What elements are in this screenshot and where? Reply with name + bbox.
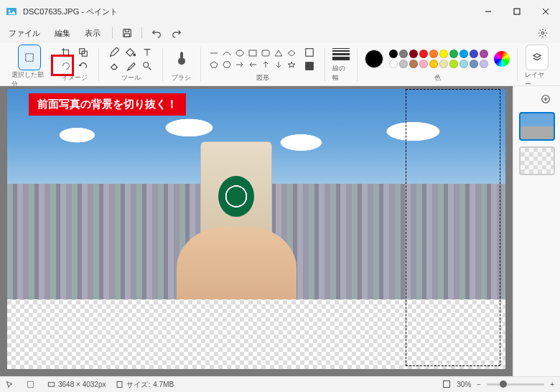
svg-point-14 — [144, 62, 149, 67]
svg-rect-25 — [306, 62, 314, 70]
zoom-out-button[interactable]: − — [477, 381, 481, 388]
ribbon-group-brushes: ブラシ — [164, 43, 199, 85]
color-swatch[interactable] — [429, 60, 438, 68]
svg-rect-8 — [125, 34, 130, 37]
shape-fill-dropdown[interactable] — [302, 60, 317, 73]
ribbon: 選択した部分 イメージ ツール — [0, 43, 560, 86]
eyedropper-tool[interactable] — [123, 60, 139, 73]
color-1[interactable] — [365, 50, 383, 68]
menu-separator — [141, 27, 142, 39]
color-swatch[interactable] — [399, 50, 408, 58]
svg-rect-27 — [27, 381, 33, 387]
color-swatch[interactable] — [449, 60, 458, 68]
text-tool[interactable] — [139, 46, 155, 59]
shape-outline-dropdown[interactable] — [302, 46, 317, 59]
svg-rect-17 — [249, 50, 256, 56]
selection-marquee[interactable] — [406, 89, 500, 366]
color-swatch[interactable] — [480, 50, 488, 58]
add-layer-button[interactable] — [538, 92, 553, 106]
layers-panel — [513, 86, 560, 376]
close-button[interactable] — [531, 0, 560, 23]
color-swatch[interactable] — [419, 50, 428, 58]
undo-button[interactable] — [148, 24, 165, 42]
menu-view[interactable]: 表示 — [79, 25, 106, 42]
color-palette — [389, 50, 488, 68]
brushes-label: ブラシ — [172, 73, 191, 84]
fill-tool[interactable] — [123, 46, 139, 59]
svg-marker-23 — [288, 62, 295, 67]
svg-rect-7 — [125, 29, 129, 32]
canvas[interactable]: 前面写真の背景を切り抜く！ — [7, 89, 505, 369]
menu-edit[interactable]: 編集 — [49, 25, 76, 42]
color-swatch[interactable] — [439, 60, 448, 68]
color-swatch[interactable] — [419, 60, 428, 68]
svg-point-16 — [236, 50, 243, 56]
svg-marker-20 — [288, 50, 295, 56]
zoom-slider[interactable] — [487, 383, 544, 386]
zoom-level: 30% — [457, 381, 471, 388]
status-bar: 3648 × 4032px サイズ:4.7MB 30% − + — [0, 376, 560, 392]
magnifier-tool[interactable] — [139, 60, 155, 73]
color-swatch[interactable] — [470, 60, 478, 68]
color-swatch[interactable] — [389, 50, 398, 58]
minimize-button[interactable] — [474, 0, 503, 23]
svg-rect-3 — [514, 9, 520, 14]
save-button[interactable] — [118, 24, 136, 42]
zoom-in-button[interactable]: + — [550, 381, 554, 388]
color-swatch[interactable] — [409, 50, 418, 58]
brushes-dropdown[interactable] — [170, 46, 193, 72]
tools-label: ツール — [121, 73, 141, 84]
maximize-button[interactable] — [503, 0, 531, 23]
ribbon-group-colors: 色 — [359, 43, 515, 85]
settings-button[interactable] — [534, 24, 551, 42]
rotate-tool[interactable] — [75, 60, 91, 73]
canvas-area: 前面写真の背景を切り抜く！ — [0, 86, 513, 376]
svg-rect-29 — [118, 381, 123, 387]
stroke-label: 線の幅 — [332, 64, 350, 84]
color-swatch[interactable] — [439, 50, 448, 58]
svg-marker-21 — [210, 62, 218, 67]
cursor-position — [6, 381, 17, 388]
color-swatch[interactable] — [459, 60, 468, 68]
color-swatch[interactable] — [480, 60, 488, 68]
rect-select-tool[interactable] — [18, 45, 41, 70]
ribbon-group-layers: レイヤー — [519, 43, 554, 85]
ribbon-divider — [517, 47, 518, 81]
svg-rect-18 — [262, 50, 269, 56]
pencil-tool[interactable] — [106, 46, 122, 59]
stroke-width-dropdown[interactable] — [332, 48, 350, 60]
layers-button[interactable] — [526, 45, 549, 70]
fit-screen-button[interactable] — [442, 380, 451, 390]
color-swatch[interactable] — [449, 50, 458, 58]
svg-marker-22 — [223, 62, 230, 67]
color-swatch[interactable] — [389, 60, 398, 68]
layer-thumbnail[interactable] — [519, 146, 555, 175]
redo-button[interactable] — [168, 24, 185, 42]
freeform-select-tool[interactable] — [58, 60, 74, 73]
ribbon-divider — [162, 47, 163, 81]
tutorial-annotation: 前面写真の背景を切り抜く！ — [29, 93, 186, 116]
color-swatch[interactable] — [399, 60, 408, 68]
colors-label: 色 — [434, 73, 441, 84]
eraser-tool[interactable] — [106, 60, 122, 73]
resize-tool[interactable] — [75, 46, 91, 59]
canvas-dimensions: 3648 × 4032px — [47, 381, 106, 388]
color-swatch[interactable] — [429, 50, 438, 58]
color-swatch[interactable] — [409, 60, 418, 68]
menu-file[interactable]: ファイル — [3, 25, 46, 42]
layer-thumbnail[interactable] — [519, 112, 555, 141]
color-swatch[interactable] — [459, 50, 468, 58]
app-icon — [6, 6, 17, 17]
crop-tool[interactable] — [58, 46, 74, 59]
shapes-gallery[interactable] — [208, 48, 297, 70]
svg-rect-10 — [25, 54, 33, 62]
ribbon-divider — [98, 47, 99, 81]
selection-size — [27, 381, 37, 388]
ribbon-group-selection: 選択した部分 — [6, 43, 52, 85]
color-swatch[interactable] — [470, 50, 478, 58]
svg-rect-30 — [444, 381, 450, 387]
menu-bar: ファイル 編集 表示 — [0, 23, 560, 43]
title-bar: DSC07635.JPG - ペイント — [0, 0, 560, 23]
edit-colors-button[interactable] — [494, 51, 510, 67]
svg-point-9 — [541, 32, 544, 34]
